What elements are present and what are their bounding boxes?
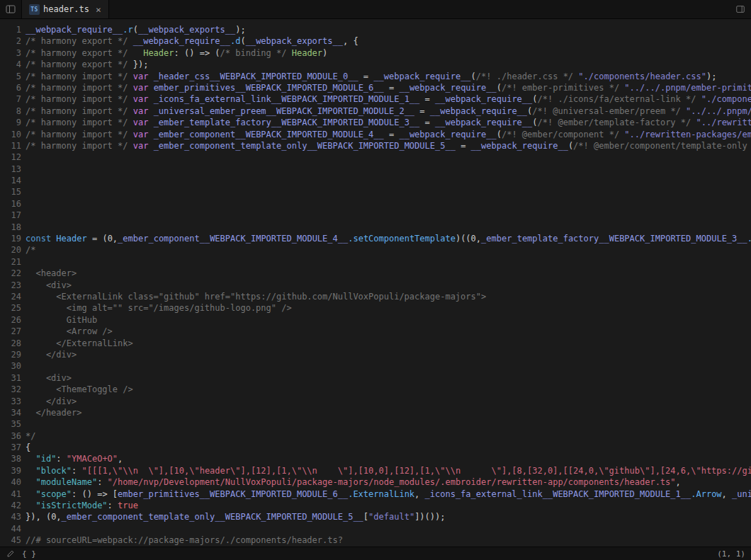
line-number: 25 <box>0 302 21 314</box>
code-line[interactable]: 26 GitHub <box>0 314 751 326</box>
line-number: 38 <box>0 453 21 464</box>
code-line[interactable]: 14 <box>0 175 751 186</box>
code-line[interactable]: 33 </div> <box>0 396 751 407</box>
line-text: "id": "YMACeO+O", <box>21 453 123 464</box>
line-number: 5 <box>0 71 21 82</box>
line-text <box>21 360 26 372</box>
line-text: /* <box>21 244 35 256</box>
code-line[interactable]: 13 <box>0 164 751 175</box>
language-indicator[interactable]: { } <box>22 549 36 559</box>
code-line[interactable]: 10/* harmony import */ var _ember_compon… <box>0 129 751 140</box>
line-text: __webpack_require__.r(__webpack_exports_… <box>21 24 246 35</box>
code-line[interactable]: 30 <box>0 360 751 372</box>
code-line[interactable]: 43}), (0,_ember_component_template_only_… <box>0 511 751 522</box>
line-number: 8 <box>0 105 21 117</box>
code-line[interactable]: 42 "isStrictMode": true <box>0 500 751 511</box>
tab-bar: TS header.ts × <box>0 0 751 19</box>
line-text: </div> <box>21 396 77 407</box>
code-line[interactable]: 9/* harmony import */ var _ember_templat… <box>0 117 751 128</box>
code-line[interactable]: 32 <ThemeToggle /> <box>0 384 751 395</box>
code-line[interactable]: 40 "moduleName": "/home/nvp/Development/… <box>0 476 751 488</box>
code-line[interactable]: 12 <box>0 152 751 163</box>
code-line[interactable]: 35 <box>0 418 751 430</box>
line-text: "moduleName": "/home/nvp/Development/Nul… <box>21 476 681 488</box>
editor[interactable]: 1__webpack_require__.r(__webpack_exports… <box>0 19 751 547</box>
line-number: 23 <box>0 280 21 291</box>
line-text: /* harmony import */ var _header_css__WE… <box>21 71 716 82</box>
line-text: "isStrictMode": true <box>21 500 138 511</box>
line-text <box>21 418 26 430</box>
line-text: <ThemeToggle /> <box>21 384 133 395</box>
code-line[interactable]: 34 </header> <box>0 407 751 418</box>
tab-label: header.ts <box>43 4 89 14</box>
code-line[interactable]: 2/* harmony export */ __webpack_require_… <box>0 35 751 47</box>
line-number: 21 <box>0 256 21 268</box>
code-line[interactable]: 3/* harmony export */ Header: () => (/* … <box>0 47 751 59</box>
tab-close-button[interactable]: × <box>96 4 101 15</box>
code-line[interactable]: 44 <box>0 523 751 535</box>
code-line[interactable]: 22 <header> <box>0 268 751 279</box>
code-line[interactable]: 39 "block": "[[[1,\"\\n \"],[10,\"header… <box>0 465 751 476</box>
code-line[interactable]: 37{ <box>0 442 751 453</box>
code-line[interactable]: 17 <box>0 210 751 221</box>
line-text <box>21 186 26 198</box>
line-text: <img alt="" src="/images/github-logo.png… <box>21 302 292 314</box>
code-line[interactable]: 28 </ExternalLink> <box>0 338 751 349</box>
code-line[interactable]: 1__webpack_require__.r(__webpack_exports… <box>0 24 751 35</box>
edit-icon[interactable] <box>6 549 16 559</box>
line-number: 4 <box>0 59 21 70</box>
code-line[interactable]: 16 <box>0 198 751 210</box>
line-text: /* harmony import */ var _ember_template… <box>21 117 751 128</box>
code-line[interactable]: 24 <ExternalLink class="github" href="ht… <box>0 291 751 302</box>
code-line[interactable]: 41 "scope": () => [ember_primitives__WEB… <box>0 488 751 500</box>
line-text: /* harmony import */ var _ember_componen… <box>21 140 751 152</box>
line-text: </div> <box>21 349 77 360</box>
line-text <box>21 210 26 221</box>
code-line[interactable]: 19const Header = (0,_ember_component__WE… <box>0 233 751 244</box>
code-line[interactable]: 18 <box>0 222 751 233</box>
line-number: 27 <box>0 326 21 337</box>
code-line[interactable]: 11/* harmony import */ var _ember_compon… <box>0 140 751 152</box>
code-line[interactable]: 21 <box>0 256 751 268</box>
line-number: 37 <box>0 442 21 453</box>
project-panel-toggle-button[interactable] <box>0 0 21 18</box>
line-number: 19 <box>0 233 21 244</box>
line-number: 40 <box>0 476 21 488</box>
code-line[interactable]: 38 "id": "YMACeO+O", <box>0 453 751 464</box>
code-line[interactable]: 23 <div> <box>0 280 751 291</box>
code-line[interactable]: 31 <div> <box>0 372 751 384</box>
tab-header-ts[interactable]: TS header.ts × <box>21 0 109 18</box>
line-text: <div> <box>21 372 72 384</box>
line-text <box>21 523 26 535</box>
code-line[interactable]: 20/* <box>0 244 751 256</box>
line-text <box>21 222 26 233</box>
code-line[interactable]: 25 <img alt="" src="/images/github-logo.… <box>0 302 751 314</box>
line-number: 32 <box>0 384 21 395</box>
line-text: <header> <box>21 268 77 279</box>
line-number: 14 <box>0 175 21 186</box>
code-line[interactable]: 15 <box>0 186 751 198</box>
code-line[interactable]: 7/* harmony import */ var _icons_fa_exte… <box>0 93 751 105</box>
typescript-file-icon: TS <box>29 4 40 15</box>
line-text: /* harmony import */ var _icons_fa_exter… <box>21 93 751 105</box>
code-line[interactable]: 36*/ <box>0 430 751 442</box>
line-text: <ExternalLink class="github" href="https… <box>21 291 486 302</box>
tab-bar-spacer <box>109 0 730 18</box>
line-text <box>21 175 26 186</box>
line-number: 28 <box>0 338 21 349</box>
line-number: 39 <box>0 465 21 476</box>
line-number: 11 <box>0 140 21 152</box>
line-number: 31 <box>0 372 21 384</box>
line-number: 44 <box>0 523 21 535</box>
code-line[interactable]: 4/* harmony export */ }); <box>0 59 751 70</box>
code-line[interactable]: 45//# sourceURL=webpack://package-majors… <box>0 535 751 546</box>
code-line[interactable]: 29 </div> <box>0 349 751 360</box>
line-number: 17 <box>0 210 21 221</box>
line-text: "block": "[[[1,\"\\n \"],[10,\"header\"]… <box>21 465 751 476</box>
line-number: 30 <box>0 360 21 372</box>
code-line[interactable]: 5/* harmony import */ var _header_css__W… <box>0 71 751 82</box>
code-line[interactable]: 6/* harmony import */ var ember_primitiv… <box>0 82 751 93</box>
code-line[interactable]: 8/* harmony import */ var _universal_emb… <box>0 105 751 117</box>
code-line[interactable]: 27 <Arrow /> <box>0 326 751 337</box>
right-dock-toggle-button[interactable] <box>730 0 751 18</box>
